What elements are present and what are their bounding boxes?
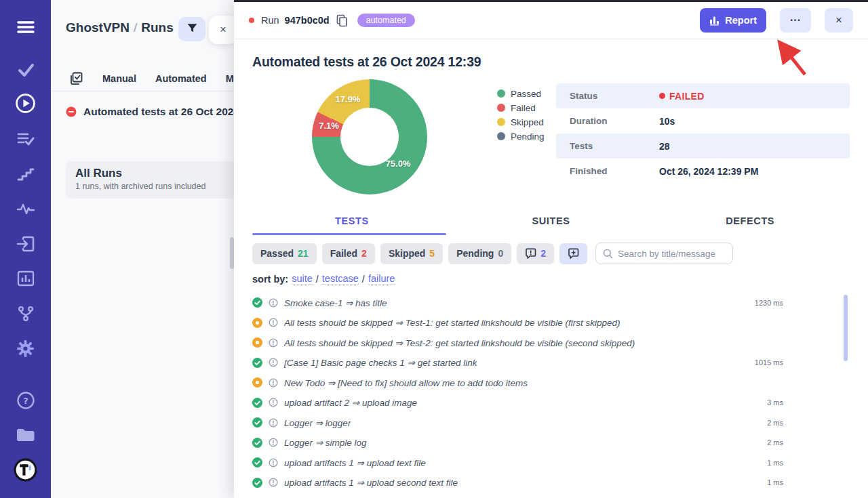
tab-tests[interactable]: TESTS [252, 215, 452, 235]
steps-icon[interactable] [0, 166, 51, 182]
test-row[interactable]: Logger ⇒ simple log2 ms [252, 433, 850, 453]
report-button[interactable]: Report [700, 8, 766, 33]
chip-count: 5 [429, 248, 435, 259]
breadcrumb-page: Runs [141, 20, 174, 35]
tab-defects[interactable]: DEFECTS [650, 215, 850, 235]
legend-item-failed[interactable]: Failed [497, 103, 545, 112]
all-runs-title: All Runs [75, 167, 241, 180]
filter-chip-pending[interactable]: Pending0 [448, 243, 511, 264]
test-duration: 1230 ms [739, 299, 783, 307]
test-duration: 3 ms [739, 398, 783, 407]
exclamation-circle-icon [269, 438, 278, 447]
add-comment-chip[interactable] [559, 243, 587, 264]
passed-status-icon [252, 358, 262, 368]
comment-exclamation-icon [525, 248, 536, 259]
close-filter-panel-button[interactable]: × [209, 16, 237, 44]
legend-label: Failed [511, 103, 536, 113]
menu-icon[interactable] [0, 19, 51, 35]
tab-mixed[interactable]: M [226, 73, 234, 84]
status-failed-dot [659, 93, 665, 99]
import-run-icon[interactable] [0, 235, 51, 253]
list-check-icon[interactable] [0, 131, 51, 147]
tab-automated[interactable]: Automated [155, 73, 207, 84]
test-row[interactable]: All tests should be skipped ⇒ Test-1: ge… [252, 313, 850, 333]
test-row[interactable]: upload artifact 2 ⇒ upload image3 ms [252, 393, 850, 413]
search-input[interactable] [618, 249, 726, 259]
exclamation-circle-icon [269, 418, 278, 428]
more-actions-button[interactable]: ··· [780, 8, 811, 33]
stat-value: 10s [659, 116, 675, 127]
checkmark-icon[interactable] [0, 61, 51, 79]
pending-dot [497, 132, 505, 140]
copy-icon[interactable] [336, 14, 348, 27]
test-row[interactable]: Smoke case-1 ⇒ has title1230 ms [252, 293, 850, 313]
stat-value: Oct 26, 2024 12:39 PM [659, 166, 758, 177]
test-row[interactable]: upload artifacts 1 ⇒ upload text file1 m… [252, 453, 850, 473]
legend-label: Skipped [511, 117, 544, 127]
help-icon[interactable]: ? [0, 391, 51, 410]
failed-dot [497, 104, 505, 112]
test-list-scrollbar[interactable] [844, 295, 848, 361]
test-title: upload artifacts 1 ⇒ upload second text … [284, 477, 458, 488]
all-runs-card[interactable]: All Runs 1 runs, with archived runs incl… [66, 161, 241, 199]
tab-suites[interactable]: SUITES [452, 215, 651, 235]
automated-badge: automated [357, 14, 415, 27]
test-row[interactable]: Logger ⇒ logger2 ms [252, 413, 850, 433]
sort-link-testcase[interactable]: testcase [322, 273, 359, 285]
exclamation-circle-icon [269, 318, 278, 327]
tab-manual[interactable]: Manual [102, 73, 136, 84]
settings-gear-icon[interactable] [0, 339, 51, 358]
svg-text:?: ? [23, 396, 28, 406]
chip-label: Pending [456, 248, 494, 259]
projects-folder-icon[interactable] [0, 427, 51, 443]
branches-icon[interactable] [0, 305, 51, 323]
run-id: 947b0c0d [285, 15, 330, 26]
activity-pulse-icon[interactable] [0, 201, 51, 216]
app-logo[interactable] [0, 457, 51, 482]
test-title: All tests should be skipped ⇒ Test-2: ge… [284, 337, 635, 348]
summary-section: 75.0% 7.1% 17.9% Passed Failed Skipped P… [252, 79, 850, 198]
chart-label-skipped: 17.9% [336, 94, 361, 104]
analytics-icon[interactable] [0, 270, 51, 287]
status-filter-row: Passed21 Failed2 Skipped5 Pending0 2 [252, 243, 850, 264]
play-circle-icon[interactable] [0, 93, 51, 114]
test-title: upload artifact 2 ⇒ upload image [284, 397, 417, 408]
legend-item-passed[interactable]: Passed [497, 89, 545, 98]
test-title: [Case 1] Basic page checks 1 ⇒ get start… [284, 357, 477, 368]
close-run-button[interactable]: × [825, 8, 853, 33]
test-list: Smoke case-1 ⇒ has title1230 ms All test… [252, 293, 850, 493]
legend-item-skipped[interactable]: Skipped [497, 117, 545, 127]
app-sidebar: ? [0, 0, 51, 498]
sort-link-suite[interactable]: suite [292, 273, 313, 285]
test-row[interactable]: New Todo ⇒ [Need to fix] should allow me… [252, 373, 850, 393]
sort-link-failure[interactable]: failure [368, 273, 395, 285]
stat-label: Tests [556, 141, 659, 151]
exclamation-circle-icon [269, 458, 278, 468]
run-list-item[interactable]: Automated tests at 26 Oct 2024 12:39 [51, 106, 241, 118]
exclamation-circle-icon [269, 398, 278, 407]
select-all-icon[interactable] [68, 71, 83, 86]
stat-row-status: Status FAILED [556, 83, 850, 108]
filter-chip-failed[interactable]: Failed2 [322, 243, 375, 264]
test-duration: 2 ms [739, 419, 783, 427]
filter-button[interactable] [178, 17, 205, 41]
test-row[interactable]: [Case 1] Basic page checks 1 ⇒ get start… [252, 353, 850, 373]
search-icon [603, 249, 613, 259]
stat-value: 28 [659, 141, 670, 152]
stat-row-tests: Tests 28 [556, 133, 850, 159]
stat-label: Status [556, 91, 659, 101]
passed-status-icon [252, 438, 262, 448]
test-row[interactable]: All tests should be skipped ⇒ Test-2: ge… [252, 333, 850, 353]
breadcrumb-project[interactable]: GhostVPN [66, 20, 130, 35]
chip-label: Failed [330, 248, 357, 259]
legend-item-pending[interactable]: Pending [497, 131, 545, 141]
comments-filter-chip[interactable]: 2 [517, 243, 554, 264]
filter-chip-passed[interactable]: Passed21 [252, 243, 317, 264]
filter-chip-skipped[interactable]: Skipped5 [380, 243, 443, 264]
passed-status-icon [252, 457, 262, 468]
test-duration: 2 ms [739, 438, 783, 447]
passed-status-icon [252, 297, 262, 308]
result-tabs: TESTS SUITES DEFECTS [252, 215, 850, 235]
test-row[interactable]: upload artifacts 1 ⇒ upload second text … [252, 473, 850, 493]
exclamation-circle-icon [269, 298, 278, 308]
